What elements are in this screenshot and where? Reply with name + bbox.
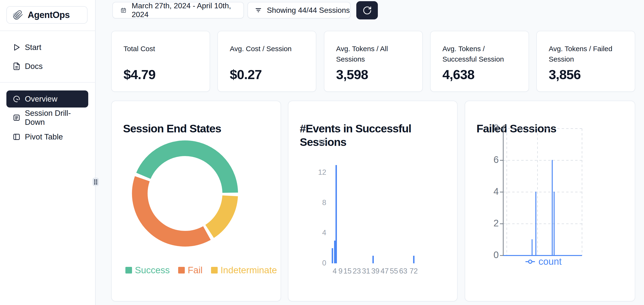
legend-item-success: Success <box>126 265 170 275</box>
histogram-bar <box>413 256 414 263</box>
sidebar: AgentOps StartDocsOverviewSession Drill-… <box>0 0 96 305</box>
legend-label: Indeterminate <box>220 265 277 275</box>
legend-label: Success <box>135 265 170 275</box>
legend-swatch <box>126 267 132 273</box>
histogram-bar <box>336 165 337 263</box>
stat-value: 3,598 <box>336 67 368 82</box>
stat-label: Avg. Tokens / All Sessions <box>336 44 414 64</box>
calendar-icon <box>120 7 126 14</box>
y-axis-tick-label: 8 <box>298 198 326 207</box>
legend-swatch <box>211 267 218 273</box>
line-marker-icon <box>525 258 536 265</box>
stat-label: Avg. Tokens / Successful Session <box>442 44 520 64</box>
y-axis-tick-label: 0 <box>471 250 499 260</box>
sidebar-divider <box>0 31 96 31</box>
legend-count: count <box>501 256 586 267</box>
stat-value: 4,638 <box>442 67 474 82</box>
app-name: AgentOps <box>28 10 70 20</box>
sessions-filter-label: Showing 44/44 Sessions <box>267 6 350 15</box>
sidebar-item-label: Pivot Table <box>25 132 63 141</box>
sidebar-resize-handle[interactable] <box>92 178 99 186</box>
date-range-label: March 27th, 2024 - April 10th, 2024 <box>132 2 244 19</box>
stat-value: $0.27 <box>230 67 262 82</box>
histogram-bar <box>372 256 374 263</box>
donut-segment-fail <box>140 179 207 239</box>
stat-value: $4.79 <box>124 67 156 82</box>
session-end-states-card: Session End States SuccessFailIndetermin… <box>111 101 281 301</box>
sidebar-item-label: Session Drill-Down <box>25 109 88 127</box>
play-icon <box>12 43 20 51</box>
legend-item-fail: Fail <box>178 265 202 275</box>
app-logo[interactable]: AgentOps <box>6 6 88 24</box>
stat-card: Avg. Tokens / Failed Session3,856 <box>536 31 635 92</box>
donut-legend: SuccessFailIndeterminate <box>126 265 277 275</box>
y-axis-tick-label: 8 <box>471 123 499 133</box>
y-axis-tick-label: 16 <box>298 138 326 147</box>
sidebar-item-pivot-table[interactable]: Pivot Table <box>6 128 88 145</box>
legend-item-indeterminate: Indeterminate <box>211 265 277 275</box>
histogram-bar <box>334 241 336 263</box>
donut-segment-indeterminate <box>210 196 230 231</box>
gauge-icon <box>12 95 20 103</box>
legend-count-label: count <box>538 256 562 267</box>
stat-card: Avg. Cost / Session$0.27 <box>218 31 316 92</box>
events-histogram-card: #Events in Successful Sessions 048121649… <box>288 101 458 301</box>
sidebar-item-label: Start <box>25 43 42 52</box>
sidebar-item-docs[interactable]: Docs <box>6 58 88 75</box>
sidebar-divider <box>0 82 96 83</box>
failed-sessions-axis-labels: 02468 <box>465 101 636 302</box>
x-axis-tick-label: 72 <box>403 267 424 275</box>
y-axis-tick-label: 0 <box>298 259 326 267</box>
y-axis-tick-label: 4 <box>298 228 326 237</box>
events-bar-chart: 0481216491523313947556372 <box>288 101 458 302</box>
sidebar-item-label: Docs <box>25 62 42 71</box>
sidebar-item-label: Overview <box>25 95 58 104</box>
y-axis-tick-label: 6 <box>471 154 499 165</box>
legend-swatch <box>178 267 185 273</box>
stat-label: Avg. Tokens / Failed Session <box>549 44 627 64</box>
stat-card: Total Cost$4.79 <box>111 31 210 92</box>
panel-left-icon <box>12 133 20 141</box>
y-axis-tick-label: 2 <box>471 218 499 228</box>
stat-card: Avg. Tokens / All Sessions3,598 <box>324 31 423 92</box>
sidebar-item-overview[interactable]: Overview <box>6 91 88 108</box>
stat-value: 3,856 <box>549 67 580 82</box>
histogram-bar <box>332 248 333 263</box>
sessions-filter-button[interactable]: Showing 44/44 Sessions <box>248 2 351 19</box>
refresh-button[interactable] <box>356 1 378 20</box>
donut-segment-success <box>143 148 230 193</box>
y-axis-tick-label: 12 <box>298 168 326 177</box>
sidebar-item-session-drill-down[interactable]: Session Drill-Down <box>6 109 88 126</box>
legend-label: Fail <box>188 265 202 275</box>
sidebar-item-start[interactable]: Start <box>6 39 88 56</box>
stat-card: Avg. Tokens / Successful Session4,638 <box>430 31 529 92</box>
y-axis-tick-label: 4 <box>471 186 499 197</box>
paperclip-icon <box>13 10 24 20</box>
note-list-icon <box>12 114 20 122</box>
failed-sessions-card: Failed Sessions 02468 count <box>465 101 635 301</box>
date-range-button[interactable]: March 27th, 2024 - April 10th, 2024 <box>112 2 244 19</box>
filter-lines-icon <box>254 7 262 14</box>
refresh-icon <box>362 6 372 15</box>
file-text-icon <box>12 62 20 70</box>
stat-label: Total Cost <box>124 44 202 54</box>
stat-label: Avg. Cost / Session <box>230 44 308 54</box>
